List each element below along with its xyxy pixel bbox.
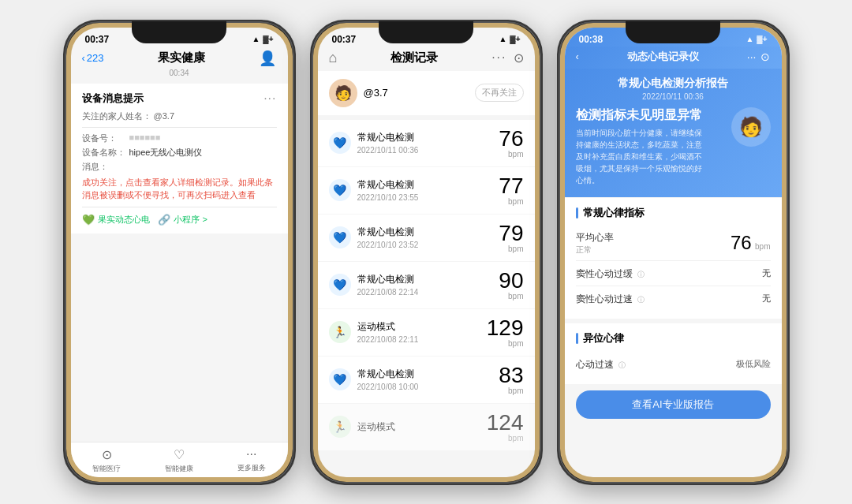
notice-title: 设备消息提示	[82, 91, 144, 106]
time-2: 00:37	[332, 34, 357, 45]
target-icon[interactable]: ⊙	[514, 50, 524, 65]
section-title-regular: 常规心律指标	[583, 206, 645, 220]
bradycardia-row: 窦性心动过缓 ⓘ 无	[576, 261, 771, 286]
ecg-icon-2: 💙	[329, 226, 351, 248]
chevron-left-icon-3: ‹	[576, 50, 579, 62]
bradycardia-info-icon[interactable]: ⓘ	[637, 271, 645, 278]
hr-row: 心动过速 ⓘ 极低风险	[576, 352, 771, 376]
status-bar-2: 00:37 ▲ ▓+	[318, 28, 535, 47]
screen-2: 00:37 ▲ ▓+ ⌂ 检测记录 ··· ⊙ 🧑 @3.7	[318, 28, 535, 477]
mini-icon: 🔗	[158, 214, 170, 226]
section-title-abnormal: 异位心律	[583, 331, 624, 345]
chevron-left-icon: ‹	[82, 52, 85, 64]
record-4[interactable]: 🏃 运动模式 2022/10/08 22:11 129 bpm	[318, 309, 535, 356]
msg-value: 成功关注，点击查看家人详细检测记录。如果此条消息被误删或不便寻找，可再次扫码进入…	[82, 176, 277, 202]
section-bar-regular	[576, 207, 578, 218]
report-status-row: 检测指标未见明显异常 当前时间段心脏十分健康，请继续保持健康的生活状态，多吃蔬菜…	[576, 107, 771, 186]
avg-hr-row: 平均心率 正常 76 bpm	[576, 226, 771, 261]
wifi-icon-3: ▲	[746, 35, 753, 43]
status-desc: 当前时间段心脏十分健康，请继续保持健康的生活状态，多吃蔬菜，注意及时补充蛋白质和…	[576, 127, 702, 186]
report-title: 常规心电检测分析报告	[576, 77, 771, 91]
tachycardia-info-icon[interactable]: ⓘ	[637, 296, 645, 304]
mascot-icon: 🧑	[731, 107, 771, 147]
avg-hr-unit: bpm	[755, 242, 770, 251]
status-icons-3: ▲ ▓+	[746, 35, 767, 43]
more-dots-icon[interactable]: ···	[491, 50, 506, 65]
avg-hr-label: 平均心率	[576, 231, 614, 245]
sport-icon-6: 🏃	[329, 416, 351, 438]
tab-health[interactable]: ♡ 智能健康	[143, 442, 215, 477]
profile-icon-1[interactable]: 👤	[259, 50, 276, 67]
sport-icon-4: 🏃	[329, 321, 351, 343]
ecg-icon-3: 💙	[329, 274, 351, 296]
time-1: 00:37	[85, 34, 110, 45]
more-dots-icon-3[interactable]: ···	[747, 50, 757, 63]
unfollow-button[interactable]: 不再关注	[475, 84, 524, 102]
status-icons-1: ▲ ▓+	[252, 35, 273, 43]
record-2[interactable]: 💙 常规心电检测 2022/10/10 23:52 79 bpm	[318, 215, 535, 261]
screen-3: 00:38 ▲ ▓+ ‹ 动态心电记录仪 ··· ⊙ 常规心电检测分析报	[565, 28, 782, 477]
detect-list: 💙 常规心电检测 2022/10/11 00:36 76 bpm 💙	[318, 120, 535, 477]
hr-value: 极低风险	[736, 358, 771, 370]
phone-2: 00:37 ▲ ▓+ ⌂ 检测记录 ··· ⊙ 🧑 @3.7	[310, 20, 543, 485]
phone-1: 00:37 ▲ ▓+ ‹ 223 果实健康 👤 00:34 设备消息提示	[63, 20, 296, 485]
ecg-icon-1: 💙	[329, 179, 351, 201]
nav-title-3: 动态心电记录仪	[627, 50, 699, 64]
mini-program-btn[interactable]: 🔗 小程序 >	[158, 214, 207, 226]
medical-icon: ⊙	[102, 447, 112, 462]
status-bar-3: 00:38 ▲ ▓+	[565, 28, 782, 47]
home-icon[interactable]: ⌂	[329, 50, 338, 66]
battery-icon-1: ▓+	[263, 35, 273, 43]
tab-more[interactable]: ··· 更多服务	[215, 442, 288, 477]
family-row: 关注的家人姓名： @3.7	[82, 110, 277, 122]
time-3: 00:38	[579, 34, 604, 45]
tachycardia-row: 窦性心动过速 ⓘ 无	[576, 286, 771, 311]
user-row: 🧑 @3.7 不再关注	[318, 71, 535, 115]
section-header-abnormal: 异位心律	[576, 331, 771, 345]
ecg-icon: 💚	[82, 214, 95, 226]
health-icon: ♡	[174, 447, 185, 462]
divider-2	[82, 207, 277, 207]
report-date: 2022/10/11 00:36	[576, 92, 771, 101]
status-icons-2: ▲ ▓+	[499, 35, 520, 43]
nav-icons-2: ··· ⊙	[491, 50, 523, 65]
record-3[interactable]: 💙 常规心电检测 2022/10/08 22:14 90 bpm	[318, 262, 535, 308]
nav-back-3[interactable]: ‹	[576, 50, 579, 62]
bradycardia-value: 无	[762, 267, 771, 279]
notice-dots[interactable]: ···	[263, 91, 276, 106]
avg-hr-sub: 正常	[576, 245, 614, 256]
tab-medical[interactable]: ⊙ 智能医疗	[71, 442, 144, 477]
notice-header: 设备消息提示 ···	[82, 91, 277, 106]
ecg-icon-0: 💙	[329, 132, 351, 154]
nav-bar-2: ⌂ 检测记录 ··· ⊙	[318, 47, 535, 71]
status-bar-1: 00:37 ▲ ▓+	[71, 28, 288, 47]
wifi-icon-2: ▲	[499, 35, 506, 43]
divider-1	[82, 127, 277, 128]
bradycardia-label: 窦性心动过缓	[576, 268, 633, 279]
mini-program-row: 💚 果实动态心电 🔗 小程序 >	[82, 214, 277, 226]
msg-row: 消息：	[82, 161, 277, 173]
device-no-row: 设备号： ■■■■■■	[82, 133, 277, 144]
target-icon-3[interactable]: ⊙	[760, 50, 770, 63]
hr-label: 心动过速	[576, 359, 614, 370]
ecg-icon-5: 💙	[329, 368, 351, 390]
cta-button[interactable]: 查看AI专业版报告	[576, 390, 771, 419]
nav-subtitle-1: 00:34	[71, 69, 288, 77]
record-6[interactable]: 🏃 运动模式 124 bpm	[318, 404, 535, 450]
nav-title-1: 果实健康	[158, 50, 205, 65]
tachycardia-value: 无	[762, 293, 771, 304]
regular-metrics-section: 常规心律指标 平均心率 正常 76 bpm 窦性心动过缓 ⓘ	[565, 198, 782, 319]
nav-back-1[interactable]: ‹ 223	[82, 52, 104, 64]
abnormal-section: 异位心律 心动过速 ⓘ 极低风险	[565, 323, 782, 384]
blue-header: 常规心电检测分析报告 2022/10/11 00:36 检测指标未见明显异常 当…	[565, 69, 782, 197]
record-0[interactable]: 💙 常规心电检测 2022/10/11 00:36 76 bpm	[318, 120, 535, 166]
wifi-icon-1: ▲	[252, 35, 260, 43]
record-5[interactable]: 💙 常规心电检测 2022/10/08 10:00 83 bpm	[318, 357, 535, 403]
phone-3: 00:38 ▲ ▓+ ‹ 动态心电记录仪 ··· ⊙ 常规心电检测分析报	[557, 20, 790, 485]
user-name: @3.7	[364, 87, 388, 99]
battery-icon-3: ▓+	[757, 35, 767, 43]
ecg-btn[interactable]: 💚 果实动态心电	[82, 214, 150, 226]
hr-info-icon[interactable]: ⓘ	[618, 361, 626, 369]
record-1[interactable]: 💙 常规心电检测 2022/10/10 23:55 77 bpm	[318, 167, 535, 214]
battery-icon-2: ▓+	[510, 35, 520, 43]
